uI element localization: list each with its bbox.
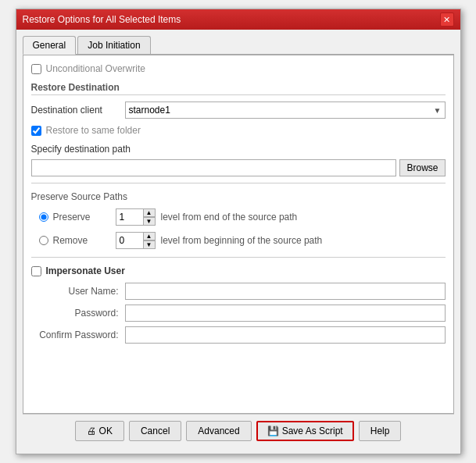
specify-path-label: Specify destination path	[31, 144, 131, 155]
remove-radio-row: Remove 0 ▲ ▼ level from beginning of the…	[31, 232, 446, 249]
destination-client-label: Destination client	[31, 105, 125, 116]
restore-destination-title: Restore Destination	[31, 82, 446, 95]
impersonate-checkbox-row: Impersonate User	[31, 265, 446, 276]
username-input[interactable]	[125, 283, 446, 300]
preserve-radio[interactable]	[39, 212, 48, 222]
remove-value-input[interactable]: 0	[116, 233, 143, 248]
remove-label: Remove	[53, 235, 116, 246]
preserve-value-input[interactable]: 1	[116, 209, 143, 225]
tab-job-initiation[interactable]: Job Initiation	[77, 36, 150, 54]
remove-description: level from beginning of the source path	[161, 235, 323, 246]
cancel-button[interactable]: Cancel	[129, 421, 181, 441]
content-area: Unconditional Overwrite Restore Destinat…	[23, 55, 454, 414]
ok-icon: 🖨	[87, 426, 96, 436]
preserve-spinner: 1 ▲ ▼	[116, 208, 155, 226]
username-row: User Name:	[31, 283, 446, 300]
advanced-label: Advanced	[198, 426, 239, 436]
impersonate-label: Impersonate User	[46, 265, 125, 276]
save-script-icon: 💾	[267, 426, 279, 436]
preserve-description: level from end of the source path	[161, 212, 298, 223]
password-row: Password:	[31, 305, 446, 322]
tab-general[interactable]: General	[23, 36, 77, 55]
save-as-script-button[interactable]: 💾 Save As Script	[256, 421, 354, 441]
preserve-section-title: Preserve Source Paths	[31, 191, 446, 202]
divider-2	[31, 257, 446, 258]
password-label: Password:	[39, 308, 125, 319]
dropdown-arrow-icon: ▼	[434, 106, 442, 115]
cancel-label: Cancel	[141, 426, 170, 436]
restore-same-folder-checkbox[interactable]	[31, 126, 41, 136]
help-button[interactable]: Help	[359, 421, 402, 441]
title-bar: Restore Options for All Selected Items ✕	[16, 9, 460, 30]
unconditional-overwrite-checkbox[interactable]	[31, 64, 41, 74]
unconditional-overwrite-row: Unconditional Overwrite	[31, 63, 446, 74]
confirm-password-label: Confirm Password:	[39, 329, 125, 340]
confirm-password-input[interactable]	[125, 326, 446, 344]
username-label: User Name:	[39, 286, 125, 297]
browse-button[interactable]: Browse	[399, 159, 445, 176]
preserve-section: Preserve Source Paths Preserve 1 ▲ ▼ lev…	[31, 191, 446, 249]
destination-client-dropdown[interactable]: starnode1 ▼	[125, 102, 446, 119]
ok-button[interactable]: 🖨 OK	[75, 421, 124, 441]
tab-bar: General Job Initiation	[23, 36, 454, 55]
destination-client-row: Destination client starnode1 ▼	[31, 102, 446, 119]
remove-increment-btn[interactable]: ▲	[143, 232, 156, 240]
preserve-label: Preserve	[53, 212, 116, 223]
ok-label: OK	[99, 426, 113, 436]
remove-spinner: 0 ▲ ▼	[116, 232, 155, 249]
password-input[interactable]	[125, 305, 446, 322]
dialog-body: General Job Initiation Unconditional Ove…	[16, 30, 460, 454]
close-button[interactable]: ✕	[440, 12, 454, 27]
remove-radio[interactable]	[39, 236, 48, 245]
remove-decrement-btn[interactable]: ▼	[143, 240, 156, 249]
preserve-radio-row: Preserve 1 ▲ ▼ level from end of the sou…	[31, 208, 446, 226]
destination-path-row: Browse	[31, 159, 446, 176]
impersonate-checkbox[interactable]	[31, 266, 41, 276]
unconditional-overwrite-label: Unconditional Overwrite	[46, 63, 145, 74]
restore-same-folder-row: Restore to same folder	[31, 125, 446, 136]
preserve-spinner-btns: ▲ ▼	[143, 208, 156, 226]
remove-spinner-btns: ▲ ▼	[143, 232, 156, 249]
preserve-decrement-btn[interactable]: ▼	[143, 217, 156, 226]
destination-client-value: starnode1	[129, 105, 170, 116]
save-as-script-label: Save As Script	[282, 426, 343, 436]
dialog-title: Restore Options for All Selected Items	[23, 14, 181, 25]
dialog: Restore Options for All Selected Items ✕…	[16, 9, 461, 454]
destination-path-input[interactable]	[31, 159, 397, 176]
impersonate-section: Impersonate User User Name: Password: Co…	[31, 265, 446, 344]
advanced-button[interactable]: Advanced	[186, 421, 251, 441]
preserve-increment-btn[interactable]: ▲	[143, 208, 156, 217]
bottom-buttons: 🖨 OK Cancel Advanced 💾 Save As Script He…	[23, 414, 454, 447]
help-label: Help	[370, 426, 390, 436]
confirm-password-row: Confirm Password:	[31, 326, 446, 344]
divider-1	[31, 183, 446, 183]
restore-same-folder-label: Restore to same folder	[46, 125, 141, 136]
specify-path-label-row: Specify destination path	[31, 144, 446, 155]
